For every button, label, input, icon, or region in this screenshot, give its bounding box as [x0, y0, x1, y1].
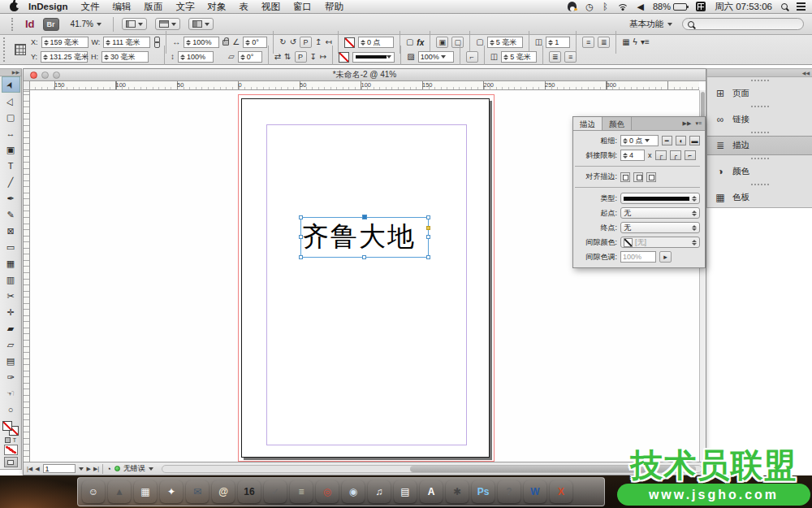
handle-mid-right[interactable] — [426, 235, 430, 239]
menu-item[interactable]: 表 — [240, 2, 249, 11]
dock-app-icon[interactable]: ☺ — [82, 480, 105, 503]
workspace-switcher[interactable]: 基本功能 — [629, 19, 672, 30]
corner-editor-handle[interactable] — [426, 226, 430, 230]
stroke-weight-input[interactable]: 0 点 — [620, 135, 659, 146]
handle-top-center[interactable] — [362, 215, 367, 219]
text-frame-content[interactable]: 齐鲁大地 — [301, 218, 428, 256]
selected-text-frame[interactable]: 齐鲁大地 — [300, 217, 429, 258]
tools-panel-collapse[interactable]: ▶▶ — [0, 69, 21, 76]
dock-expand-icon[interactable]: ◀◀ — [707, 69, 812, 77]
minimize-window-button[interactable] — [41, 72, 49, 79]
fill-swatch[interactable] — [2, 421, 12, 431]
bridge-button[interactable]: Br — [43, 18, 59, 31]
dock-panel-button[interactable]: ≣ 描边 — [707, 136, 812, 155]
apple-menu-icon[interactable] — [10, 2, 19, 11]
menu-item[interactable]: 帮助 — [325, 2, 343, 11]
menu-item[interactable]: 对象 — [208, 2, 227, 11]
tool-button[interactable]: ⊠ — [2, 223, 20, 239]
time-machine-icon[interactable]: ◷ — [585, 2, 594, 12]
corner-shape-dropdown[interactable]: ⌐ — [466, 51, 478, 63]
height-field[interactable]: 30 毫米 — [102, 51, 149, 63]
menu-item[interactable]: 版面 — [145, 2, 163, 11]
tool-button[interactable]: ▥ — [2, 271, 20, 288]
effects-fx-button[interactable]: fx — [417, 38, 424, 47]
tool-button[interactable]: ▷ — [2, 93, 20, 109]
formatting-text-icon[interactable]: T — [13, 437, 16, 443]
shear-angle-field[interactable]: 0° — [238, 51, 262, 63]
close-window-button[interactable] — [30, 72, 37, 79]
dock-app-icon[interactable]: ▦ — [134, 480, 157, 503]
fill-swatch-none[interactable] — [344, 37, 355, 48]
zoom-window-button[interactable] — [53, 72, 60, 79]
dock-app-icon[interactable]: ✦ — [160, 480, 183, 503]
miter-join-button[interactable]: ┌ — [655, 150, 667, 160]
zoom-level-dropdown[interactable]: 41.7% — [67, 18, 105, 30]
screen-mode-toggle[interactable] — [4, 457, 18, 467]
preflight-clock-icon[interactable]: ◔ — [106, 465, 110, 473]
dock-app-icon[interactable]: A — [420, 480, 443, 503]
y-position-field[interactable]: 131.25 毫米 — [41, 51, 88, 63]
opacity-field[interactable]: 100% — [418, 51, 454, 63]
tool-button[interactable]: ▰ — [2, 320, 20, 336]
miter-limit-input[interactable]: 4 — [620, 150, 645, 161]
align-stroke-outside-button[interactable] — [646, 172, 656, 182]
page-list-dropdown[interactable] — [79, 467, 84, 471]
first-page-button[interactable]: |◀ — [27, 466, 32, 472]
tool-button[interactable]: ▭ — [2, 239, 20, 255]
stroke-weight-field[interactable]: 0 点 — [358, 37, 394, 48]
dock-app-icon[interactable]: Ps — [472, 480, 495, 503]
dock-app-icon[interactable]: ✱ — [446, 480, 469, 503]
constrain-dimensions-icon[interactable] — [153, 37, 160, 48]
ruler-origin-box[interactable] — [24, 81, 30, 90]
fill-stroke-indicator[interactable] — [2, 421, 19, 436]
app-menu[interactable]: InDesign — [28, 2, 68, 11]
fit-frame-icon[interactable]: ↤ — [326, 38, 332, 46]
dock-app-icon[interactable]: ◉ — [342, 480, 365, 503]
dock-panel-button[interactable]: ⊞ 页面 — [707, 84, 812, 103]
dock-panel-button[interactable]: ∞ 链接 — [707, 110, 812, 129]
battery-indicator[interactable]: 88% — [653, 2, 687, 11]
dock-app-icon[interactable]: ▲ — [108, 480, 131, 503]
document-titlebar[interactable]: *未命名-2 @ 41% — [24, 69, 706, 81]
x-position-field[interactable]: 159 毫米 — [41, 37, 89, 48]
tool-button[interactable]: ○ — [2, 402, 20, 418]
tool-button[interactable]: ▣ — [2, 141, 20, 158]
dock-panel-button[interactable]: ◑ 颜色 — [707, 162, 812, 181]
menu-item[interactable]: 文字 — [176, 2, 195, 11]
wrap-bounding-box-button[interactable]: ▢ — [451, 37, 464, 48]
flip-vertical-button[interactable]: ⇅ — [284, 53, 291, 61]
volume-icon[interactable]: ◀ — [637, 2, 644, 12]
handle-mid-left[interactable] — [299, 235, 303, 239]
round-join-button[interactable]: ╭ — [670, 150, 681, 160]
handle-top-right[interactable] — [426, 215, 430, 219]
tool-button[interactable]: ✂ — [2, 288, 20, 304]
tool-button[interactable]: ↔ — [2, 125, 20, 141]
align-stroke-center-button[interactable] — [620, 172, 630, 182]
tool-button[interactable]: ☜ — [2, 385, 20, 402]
scale-lock-icon[interactable] — [222, 40, 229, 46]
dock-app-icon[interactable]: ✉ — [186, 480, 209, 503]
stroke-panel-menu-icon[interactable]: ▾≡ — [695, 120, 702, 127]
input-method-icon[interactable] — [696, 2, 706, 11]
screen-mode-button[interactable] — [155, 18, 180, 30]
tool-button[interactable]: ╱ — [2, 174, 20, 190]
quick-apply-icon[interactable]: ϟ — [633, 38, 637, 46]
rotation-angle-field[interactable]: 0° — [243, 37, 267, 48]
dock-app-icon[interactable]: ▤ — [394, 480, 417, 503]
formatting-container-icon[interactable] — [5, 437, 11, 443]
round-cap-button[interactable]: ◖ — [676, 136, 686, 145]
tab-stroke[interactable]: 描边 — [573, 117, 603, 130]
handle-top-left[interactable] — [299, 215, 303, 219]
rotate-cw-button[interactable]: ↻ — [279, 38, 286, 46]
handle-bottom-right[interactable] — [426, 255, 430, 259]
bluetooth-icon[interactable]: ᛒ — [603, 2, 608, 11]
align-stroke-inside-button[interactable] — [633, 172, 643, 182]
wrap-none-button[interactable]: ▣ — [436, 37, 448, 48]
width-field[interactable]: 111 毫米 — [103, 37, 150, 48]
dock-app-icon[interactable]: @ — [212, 480, 235, 503]
panel-grip[interactable] — [707, 155, 812, 162]
last-page-button[interactable]: ▶| — [93, 466, 99, 472]
bevel-join-button[interactable]: ⌐ — [685, 150, 696, 160]
qq-penguin-icon[interactable] — [568, 2, 577, 11]
distribute-buttons[interactable]: ≣ — [598, 37, 610, 48]
